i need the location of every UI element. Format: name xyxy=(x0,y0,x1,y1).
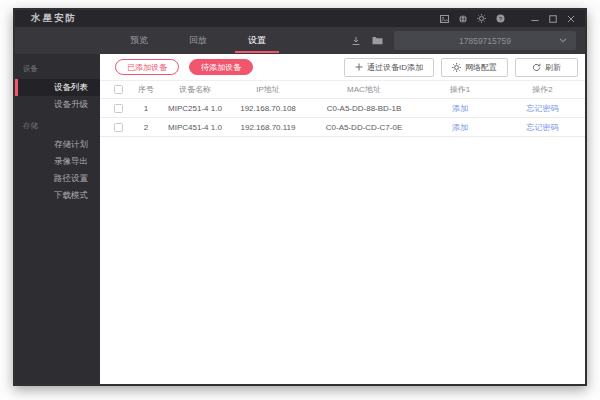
table-header-row: 序号 设备名称 IP地址 MAC地址 操作1 操作2 xyxy=(100,80,585,99)
add-by-id-button[interactable]: 通过设备ID添加 xyxy=(344,58,434,77)
sidebar: 设备 设备列表 设备升级 存储 存储计划 录像导出 路径设置 下载模式 xyxy=(15,54,100,384)
header-op1: 操作1 xyxy=(420,84,500,95)
cell-no: 2 xyxy=(130,123,162,132)
maximize-button[interactable] xyxy=(549,15,557,23)
select-all-checkbox[interactable] xyxy=(114,85,123,94)
globe-icon[interactable] xyxy=(459,15,467,23)
chevron-down-icon xyxy=(559,38,567,43)
download-icon[interactable] xyxy=(351,36,361,46)
titlebar: 水星安防 ? xyxy=(15,10,585,27)
account-dropdown[interactable]: 17859715759 xyxy=(394,31,576,50)
account-id: 17859715759 xyxy=(459,36,511,46)
pending-devices-filter[interactable]: 待添加设备 xyxy=(189,59,253,75)
app-title: 水星安防 xyxy=(31,12,77,25)
cell-name: MIPC451-4 1.0 xyxy=(162,123,228,132)
cell-mac: C0-A5-DD-88-BD-1B xyxy=(308,104,420,113)
sidebar-section-device: 设备 xyxy=(15,56,100,79)
row-checkbox[interactable] xyxy=(114,104,123,113)
header-op2: 操作2 xyxy=(500,84,585,95)
sidebar-section-storage: 存储 xyxy=(15,113,100,136)
plus-icon xyxy=(355,63,363,71)
help-icon[interactable]: ? xyxy=(496,14,505,23)
sidebar-item-device-list[interactable]: 设备列表 xyxy=(15,79,100,96)
header-name: 设备名称 xyxy=(162,84,228,95)
cell-no: 1 xyxy=(130,104,162,113)
tab-settings[interactable]: 设置 xyxy=(246,26,268,55)
forgot-password-link[interactable]: 忘记密码 xyxy=(500,122,585,133)
table-row: 1 MIPC251-4 1.0 192.168.70.108 C0-A5-DD-… xyxy=(100,99,585,118)
row-checkbox[interactable] xyxy=(114,123,123,132)
header-no: 序号 xyxy=(130,84,162,95)
refresh-button[interactable]: 刷新 xyxy=(515,58,578,77)
table-row: 2 MIPC451-4 1.0 192.168.70.119 C0-A5-DD-… xyxy=(100,118,585,137)
device-table: 序号 设备名称 IP地址 MAC地址 操作1 操作2 1 MIPC251-4 1… xyxy=(100,80,585,137)
tab-playback[interactable]: 回放 xyxy=(187,26,209,55)
cell-ip: 192.168.70.119 xyxy=(228,123,308,132)
sidebar-item-device-upgrade[interactable]: 设备升级 xyxy=(15,96,100,113)
cell-mac: C0-A5-DD-CD-C7-0E xyxy=(308,123,420,132)
sidebar-item-video-export[interactable]: 录像导出 xyxy=(15,153,100,170)
added-devices-filter[interactable]: 已添加设备 xyxy=(115,59,179,75)
sidebar-item-storage-plan[interactable]: 存储计划 xyxy=(15,136,100,153)
gear-icon[interactable] xyxy=(477,14,486,23)
refresh-label: 刷新 xyxy=(545,62,561,73)
tab-preview[interactable]: 预览 xyxy=(128,26,150,55)
close-button[interactable] xyxy=(567,15,575,23)
network-config-label: 网络配置 xyxy=(465,62,497,73)
device-toolbar: 已添加设备 待添加设备 通过设备ID添加 网络配置 xyxy=(100,54,585,80)
sidebar-item-path-settings[interactable]: 路径设置 xyxy=(15,170,100,187)
app-window: 水星安防 ? xyxy=(13,8,587,386)
add-device-link[interactable]: 添加 xyxy=(420,122,500,133)
refresh-icon xyxy=(532,63,541,72)
screenshot-icon[interactable] xyxy=(440,15,449,23)
content-area: 已添加设备 待添加设备 通过设备ID添加 网络配置 xyxy=(100,54,585,384)
cell-ip: 192.168.70.108 xyxy=(228,104,308,113)
network-config-button[interactable]: 网络配置 xyxy=(441,58,508,77)
forgot-password-link[interactable]: 忘记密码 xyxy=(500,103,585,114)
nav-tabs: 预览 回放 设置 xyxy=(128,26,268,55)
minimize-button[interactable] xyxy=(531,15,539,23)
gear-icon xyxy=(452,63,461,72)
cell-name: MIPC251-4 1.0 xyxy=(162,104,228,113)
header-ip: IP地址 xyxy=(228,84,308,95)
add-by-id-label: 通过设备ID添加 xyxy=(367,62,423,73)
header-mac: MAC地址 xyxy=(308,84,420,95)
sidebar-item-download-mode[interactable]: 下载模式 xyxy=(15,187,100,204)
navbar: 预览 回放 设置 17859715759 xyxy=(15,27,585,54)
folder-icon[interactable] xyxy=(372,36,383,45)
add-device-link[interactable]: 添加 xyxy=(420,103,500,114)
